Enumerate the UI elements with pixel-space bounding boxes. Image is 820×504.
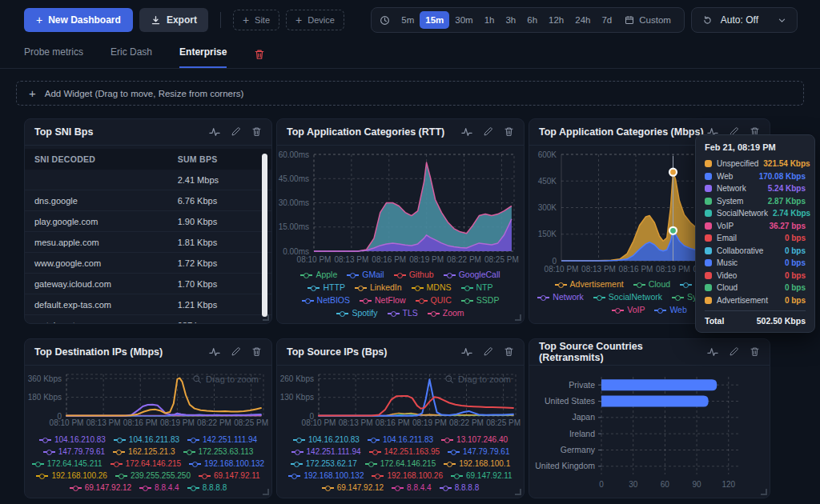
edit-icon[interactable]: [483, 126, 493, 138]
svg-text:08:19 PM: 08:19 PM: [160, 418, 195, 427]
legend-item[interactable]: 13.107.246.40: [441, 434, 508, 445]
legend-marker-icon: [43, 449, 55, 455]
time-range-1h[interactable]: 1h: [479, 11, 500, 29]
svg-text:08:16 PM: 08:16 PM: [619, 265, 653, 274]
time-range-5m[interactable]: 5m: [396, 11, 420, 29]
activity-icon[interactable]: [461, 126, 472, 138]
activity-icon[interactable]: [461, 346, 472, 358]
activity-icon[interactable]: [707, 346, 718, 358]
legend-item[interactable]: GoogleCall: [444, 270, 500, 280]
legend-item[interactable]: 192.168.100.132: [288, 470, 364, 481]
delete-icon[interactable]: [504, 346, 514, 358]
legend-item[interactable]: 8.8.8.8: [440, 482, 480, 493]
legend-item[interactable]: 192.168.100.26: [372, 470, 443, 481]
export-button[interactable]: Export: [139, 8, 208, 32]
time-range-3h[interactable]: 3h: [500, 11, 521, 29]
legend-item[interactable]: SocialNetwork: [593, 292, 662, 302]
legend-item[interactable]: 192.168.100.26: [36, 470, 107, 481]
legend-item[interactable]: Cloud: [633, 279, 670, 290]
legend-item[interactable]: Github: [394, 270, 434, 280]
legend-item[interactable]: HTTP: [308, 282, 344, 293]
source-ips-line-chart[interactable]: Drag to zoom 08:10 PM08:13 PM08:16 PM08:…: [277, 369, 524, 429]
table-scrollbar[interactable]: [262, 154, 267, 317]
legend-item[interactable]: 192.168.100.132: [189, 458, 264, 469]
edit-icon[interactable]: [483, 346, 493, 358]
legend-item[interactable]: NetFlow: [360, 295, 406, 306]
column-header-sni[interactable]: SNI DECODED: [25, 149, 168, 170]
add-site-button[interactable]: + Site: [233, 10, 279, 30]
legend-item[interactable]: Apple: [300, 270, 337, 280]
svg-text:08:10 PM: 08:10 PM: [50, 418, 84, 427]
legend-item[interactable]: 8.8.4.4: [139, 482, 179, 493]
delete-icon[interactable]: [504, 126, 514, 138]
time-range-12h[interactable]: 12h: [543, 11, 569, 29]
legend-item[interactable]: 8.8.8.8: [187, 482, 227, 493]
legend-item[interactable]: 69.147.92.12: [322, 482, 384, 493]
legend-item[interactable]: MDNS: [412, 282, 452, 293]
refresh-icon: [702, 15, 713, 26]
rtt-area-chart[interactable]: 08:10 PM08:13 PM08:16 PM08:19 PM08:22 PM…: [277, 149, 524, 266]
legend-item[interactable]: NTP: [461, 282, 493, 293]
legend-item[interactable]: 142.251.163.95: [369, 446, 440, 457]
time-range-6h[interactable]: 6h: [521, 11, 543, 29]
legend-item[interactable]: 162.125.21.3: [113, 446, 175, 457]
legend-item[interactable]: 192.168.100.1: [444, 458, 510, 469]
legend-item[interactable]: GMail: [347, 270, 384, 280]
legend-item[interactable]: 104.16.211.83: [368, 434, 433, 445]
legend-item[interactable]: 104.16.210.83: [39, 434, 106, 445]
legend-item[interactable]: 172.64.146.215: [365, 458, 436, 469]
legend-item[interactable]: 147.79.79.61: [448, 446, 509, 457]
legend-item[interactable]: Network: [537, 292, 584, 302]
legend-item[interactable]: 142.251.111.94: [187, 434, 257, 445]
custom-range-button[interactable]: Custom: [620, 11, 676, 29]
time-range-7d[interactable]: 7d: [596, 11, 617, 29]
legend-item[interactable]: Advertisement: [555, 279, 624, 290]
delete-icon[interactable]: [750, 346, 760, 358]
legend-item[interactable]: 8.8.4.4: [392, 482, 432, 493]
legend-item[interactable]: 172.253.63.113: [183, 446, 254, 457]
activity-icon[interactable]: [209, 346, 220, 358]
new-dashboard-button[interactable]: + New Dashboard: [24, 8, 133, 32]
legend-item[interactable]: 69.147.92.11: [199, 470, 260, 481]
legend-item[interactable]: LinkedIn: [355, 282, 402, 293]
legend-item[interactable]: Web: [654, 305, 686, 315]
legend-item[interactable]: QUIC: [416, 295, 452, 306]
countries-bar-chart[interactable]: 0306090120PrivateUnited StatesJapanIrela…: [529, 370, 770, 492]
delete-icon[interactable]: [251, 126, 262, 138]
legend-item[interactable]: 142.251.111.94: [291, 446, 361, 457]
legend-item[interactable]: VoIP: [612, 305, 645, 315]
edit-icon[interactable]: [231, 126, 241, 138]
series-swatch: [705, 210, 712, 217]
legend-item[interactable]: 172.253.62.17: [291, 458, 357, 469]
legend-item[interactable]: 69.147.92.12: [70, 482, 131, 493]
activity-icon[interactable]: [209, 126, 220, 138]
auto-refresh-dropdown[interactable]: Auto: Off: [691, 7, 798, 33]
time-range-24h[interactable]: 24h: [569, 11, 596, 29]
legend-item[interactable]: 172.64.146.215: [111, 458, 182, 469]
legend-item[interactable]: Spotify: [336, 308, 377, 318]
legend-item[interactable]: 69.147.92.11: [451, 470, 512, 481]
delete-tab-icon[interactable]: [254, 49, 265, 68]
legend-item[interactable]: 104.16.210.83: [293, 434, 360, 445]
time-range-30m[interactable]: 30m: [449, 11, 478, 29]
legend-item[interactable]: 147.79.79.61: [43, 446, 105, 457]
legend-item[interactable]: TLS: [388, 308, 418, 318]
column-header-sum-bps[interactable]: SUM BPS: [168, 149, 271, 170]
legend-item[interactable]: NetBIOS: [302, 295, 350, 306]
add-device-button[interactable]: + Device: [286, 10, 344, 30]
time-range-15m[interactable]: 15m: [420, 11, 449, 29]
add-widget-button[interactable]: + Add Widget (Drag to move, Resize from …: [16, 81, 804, 106]
dest-ips-line-chart[interactable]: Drag to zoom 08:10 PM08:13 PM08:16 PM08:…: [25, 369, 271, 429]
legend-item[interactable]: Zoom: [428, 308, 464, 318]
tab-eric-dash[interactable]: Eric Dash: [111, 46, 152, 68]
tab-enterprise[interactable]: Enterprise: [179, 46, 227, 68]
legend-item[interactable]: 239.255.255.250: [115, 470, 191, 481]
tab-probe-metrics[interactable]: Probe metrics: [24, 46, 83, 68]
legend-item[interactable]: 172.64.145.211: [32, 458, 102, 469]
edit-icon[interactable]: [729, 346, 739, 358]
edit-icon[interactable]: [231, 346, 241, 358]
legend-label: 69.147.92.11: [466, 470, 512, 481]
legend-item[interactable]: SSDP: [461, 295, 500, 306]
legend-item[interactable]: 104.16.211.83: [114, 434, 179, 445]
delete-icon[interactable]: [251, 346, 262, 358]
